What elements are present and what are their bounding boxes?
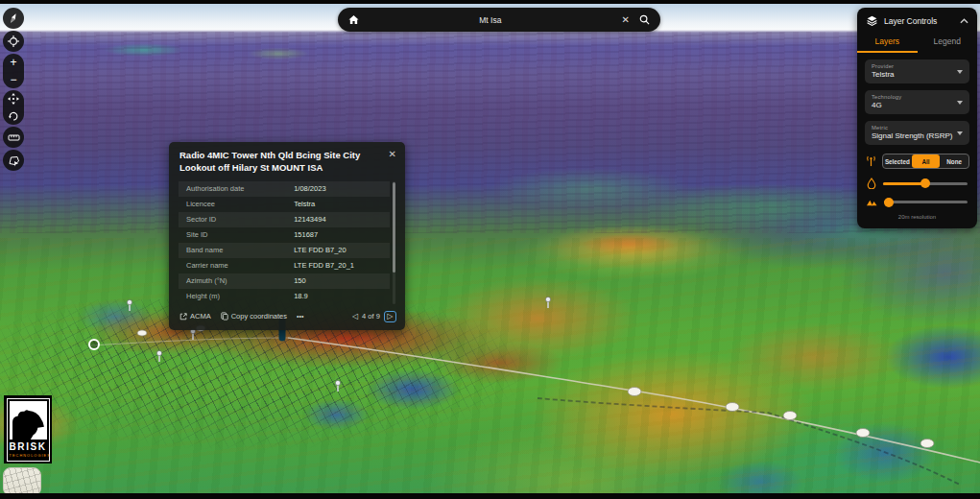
area-measure-icon bbox=[8, 154, 20, 167]
rotate-button[interactable] bbox=[3, 107, 24, 125]
row-label: Azimuth (°N) bbox=[186, 276, 294, 285]
close-icon[interactable]: ✕ bbox=[389, 149, 396, 159]
technology-label: Technology bbox=[872, 94, 954, 100]
resolution-slider-row bbox=[867, 198, 968, 206]
panel-tabs: Layers Legend bbox=[857, 33, 977, 53]
tower-filter-segmented: Selected All None bbox=[882, 154, 969, 169]
panel-title: Layer Controls bbox=[884, 16, 954, 26]
row-label: Band name bbox=[186, 246, 294, 254]
row-value: 1/08/2023 bbox=[294, 184, 382, 193]
measure-distance-button[interactable] bbox=[3, 127, 24, 148]
zoom-in-button[interactable]: + bbox=[3, 54, 24, 71]
antenna-icon bbox=[865, 155, 877, 167]
brand-name: BRISK bbox=[10, 440, 47, 453]
technology-select[interactable]: Technology 4G bbox=[865, 90, 969, 114]
row-value: 18.9 bbox=[294, 292, 382, 300]
opacity-droplet-icon bbox=[867, 178, 876, 189]
clear-search-icon[interactable]: ✕ bbox=[622, 14, 630, 25]
zoom-out-button[interactable]: − bbox=[3, 71, 24, 88]
table-row: Height (m) 18.9 bbox=[179, 289, 390, 304]
metric-value: Signal Strength (RSRP) bbox=[872, 131, 954, 140]
row-value: 150 bbox=[294, 276, 382, 285]
technology-value: 4G bbox=[872, 101, 954, 109]
plus-icon: + bbox=[10, 57, 16, 68]
highway-line bbox=[288, 338, 980, 463]
copy-icon bbox=[221, 312, 228, 321]
tab-legend[interactable]: Legend bbox=[918, 33, 978, 53]
metric-select[interactable]: Metric Signal Strength (RSRP) bbox=[865, 121, 969, 145]
copy-coordinates-button[interactable]: Copy coordinates bbox=[221, 312, 287, 321]
opacity-slider-row bbox=[867, 178, 968, 189]
resolution-slider[interactable] bbox=[884, 201, 968, 203]
popup-footer: ACMA Copy coordinates ••• ◁ 4 of 9 ▷ bbox=[169, 304, 405, 330]
site-ring-marker[interactable] bbox=[89, 340, 99, 349]
basemap-thumbnail[interactable] bbox=[3, 467, 41, 496]
previous-result-button[interactable]: ◁ bbox=[352, 313, 358, 321]
chevron-down-icon bbox=[957, 70, 963, 74]
locate-icon bbox=[8, 36, 19, 47]
ruler-icon bbox=[8, 131, 20, 144]
provider-value: Telstra bbox=[872, 70, 954, 79]
chevron-down-icon bbox=[957, 131, 963, 135]
resolution-note: 20m resolution bbox=[857, 214, 977, 220]
pagination-label: 4 of 9 bbox=[362, 312, 380, 321]
opacity-slider-thumb[interactable] bbox=[920, 178, 930, 188]
search-bar: Mt Isa ✕ bbox=[338, 8, 660, 32]
zoom-control: + − bbox=[3, 54, 24, 88]
home-icon[interactable] bbox=[348, 14, 359, 25]
chevron-up-icon[interactable] bbox=[960, 18, 968, 24]
terrain-icon bbox=[867, 198, 877, 206]
top-letterbox bbox=[0, 0, 980, 4]
acma-link[interactable]: ACMA bbox=[179, 312, 211, 321]
popup-title: Radio 4MIC Tower Nth Qld Bcing Site City… bbox=[169, 150, 405, 181]
row-label: Authorisation date bbox=[186, 184, 294, 193]
brisk-logo: BRISK TECHNOLOGIES bbox=[4, 395, 52, 463]
pan-rotate-control bbox=[3, 90, 24, 125]
row-label: Licencee bbox=[186, 200, 294, 208]
chevron-down-icon bbox=[957, 101, 963, 105]
rotate-icon bbox=[8, 110, 19, 122]
provider-select[interactable]: Provider Telstra bbox=[865, 59, 969, 83]
row-label: Height (m) bbox=[186, 292, 294, 300]
pan-button[interactable] bbox=[3, 90, 24, 107]
route-shield-markers bbox=[137, 325, 934, 448]
minus-icon: − bbox=[10, 74, 16, 85]
layer-controls-header[interactable]: Layer Controls bbox=[857, 8, 977, 32]
acma-label: ACMA bbox=[190, 312, 211, 321]
popup-pagination: ◁ 4 of 9 ▷ bbox=[352, 311, 396, 322]
more-options-icon[interactable]: ••• bbox=[297, 313, 303, 320]
filter-selected-button[interactable]: Selected bbox=[883, 154, 912, 168]
filter-none-button[interactable]: None bbox=[940, 154, 968, 168]
layer-controls-panel: Layer Controls Layers Legend Provider Te… bbox=[857, 8, 977, 228]
measure-area-button[interactable] bbox=[3, 150, 24, 171]
table-row: Azimuth (°N) 150 bbox=[179, 273, 390, 289]
search-icon[interactable] bbox=[639, 14, 650, 25]
copy-coordinates-label: Copy coordinates bbox=[231, 312, 287, 321]
table-row: Carrier name LTE FDD B7_20_1 bbox=[179, 258, 390, 273]
table-row: Authorisation date 1/08/2023 bbox=[179, 181, 390, 197]
provider-label: Provider bbox=[872, 63, 954, 69]
map-overlay-graphics bbox=[0, 0, 980, 499]
tower-info-popup: Radio 4MIC Tower Nth Qld Bcing Site City… bbox=[169, 142, 405, 330]
layers-icon bbox=[866, 14, 878, 27]
table-row: Licencee Telstra bbox=[179, 197, 390, 212]
map-application: + − Mt Isa bbox=[0, 0, 980, 499]
table-row: Site ID 151687 bbox=[179, 227, 390, 243]
popup-scrollbar-thumb[interactable] bbox=[393, 182, 395, 273]
row-value: LTE FDD B7_20_1 bbox=[294, 261, 382, 270]
pan-icon bbox=[8, 93, 19, 105]
tab-layers[interactable]: Layers bbox=[857, 33, 918, 53]
next-result-button[interactable]: ▷ bbox=[384, 311, 396, 322]
locate-button[interactable] bbox=[3, 31, 24, 52]
external-link-icon bbox=[179, 313, 187, 321]
opacity-slider-fill bbox=[883, 182, 925, 185]
compass-button[interactable] bbox=[3, 8, 24, 29]
filter-all-button[interactable]: All bbox=[912, 154, 941, 168]
popup-scrollbar-track[interactable] bbox=[393, 181, 395, 304]
tower-visibility-row: Selected All None bbox=[865, 154, 969, 169]
opacity-slider[interactable] bbox=[883, 182, 968, 185]
row-value: 151687 bbox=[294, 230, 382, 239]
table-row: Sector ID 12143494 bbox=[179, 212, 390, 227]
search-input[interactable]: Mt Isa bbox=[359, 15, 622, 25]
resolution-slider-thumb[interactable] bbox=[884, 198, 894, 207]
